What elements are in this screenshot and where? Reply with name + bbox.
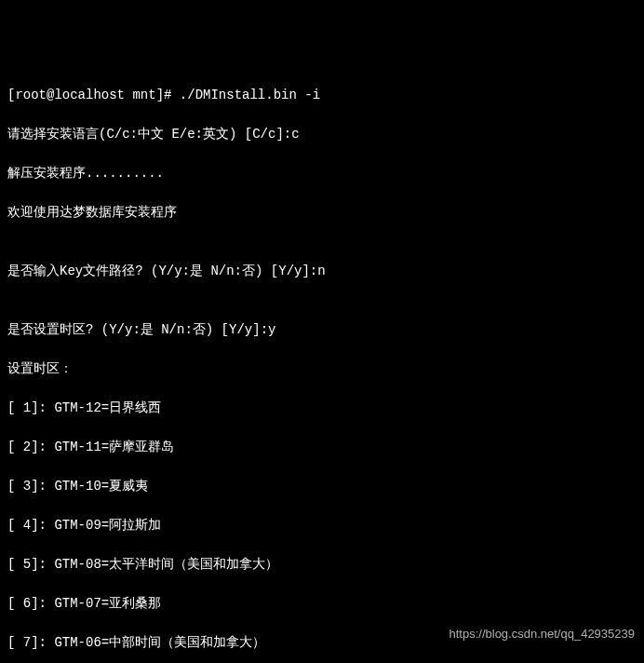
watermark-text: https://blog.csdn.net/qq_42935239 <box>449 625 636 643</box>
language-prompt[interactable]: 请选择安装语言(C/c:中文 E/e:英文) [C/c]:c <box>7 125 637 144</box>
timezone-option: [ 2]: GTM-11=萨摩亚群岛 <box>7 438 637 457</box>
extract-status: 解压安装程序.......... <box>7 164 637 183</box>
timezone-option: [ 6]: GTM-07=亚利桑那 <box>7 594 637 614</box>
timezone-option: [ 3]: GTM-10=夏威夷 <box>7 477 637 496</box>
key-file-prompt[interactable]: 是否输入Key文件路径? (Y/y:是 N/n:否) [Y/y]:n <box>7 262 637 281</box>
timezone-prompt[interactable]: 是否设置时区? (Y/y:是 N/n:否) [Y/y]:y <box>7 320 637 340</box>
timezone-header: 设置时区： <box>7 359 637 379</box>
shell-prompt: [root@localhost mnt]# ./DMInstall.bin -i <box>7 86 637 105</box>
welcome-message: 欢迎使用达梦数据库安装程序 <box>7 203 637 223</box>
timezone-option: [ 1]: GTM-12=日界线西 <box>7 399 637 418</box>
timezone-option: [ 4]: GTM-09=阿拉斯加 <box>7 516 637 535</box>
timezone-option: [ 5]: GTM-08=太平洋时间（美国和加拿大） <box>7 555 637 575</box>
